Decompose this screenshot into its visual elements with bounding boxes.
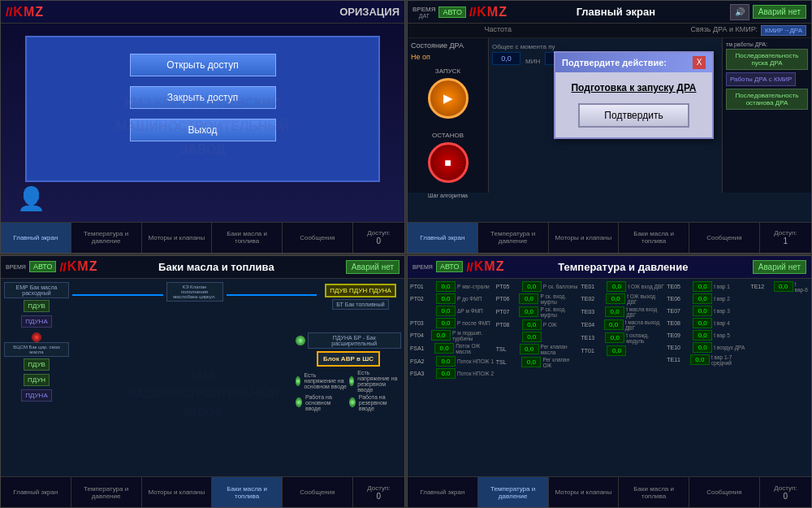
sensor-label: TE09	[667, 332, 691, 338]
br-access-label: Доступ:	[774, 484, 797, 492]
kmr-dra-button[interactable]: КМИР→ДРА	[761, 25, 806, 36]
sensor-row: TE03 0,0 t масла вход ДВГ	[581, 306, 665, 318]
tl-tab-messages[interactable]: Сообщения	[283, 223, 353, 253]
bl-tab-temp[interactable]: Температура и давление	[71, 477, 142, 507]
sensor-desc: t масла выход ДВГ	[625, 319, 666, 331]
br-tab-messages[interactable]: Сообщения	[689, 477, 760, 507]
tl-tab-tanks[interactable]: Баки масла и топлива	[212, 223, 283, 253]
br-logo-slash: //	[466, 260, 473, 274]
pdunb-indicator: ПДУВ	[24, 300, 50, 312]
main-voltage-status: Есть напряжение на основном вводе	[296, 370, 348, 393]
sensor-label: PT07	[496, 309, 518, 315]
sensor-desc: ΔР м ФМП	[457, 308, 483, 314]
br-alarm-button[interactable]: Аварий нет	[753, 260, 806, 274]
sensor-desc: t вар 3	[714, 308, 730, 314]
pdunabp-label: ПДУНА БР - Бак расширительный	[308, 332, 401, 349]
tr-logo-slash: //	[469, 5, 476, 19]
sensor-label: TE07	[667, 308, 691, 314]
tr-main-area: Состояние ДРА Не оп ЗАПУСК ▶ ОСТАНОВ ■	[408, 38, 811, 193]
bl-tab-motors[interactable]: Моторы и клапаны	[142, 477, 213, 507]
sensor-label: PT01	[410, 284, 434, 289]
tr-tab-main[interactable]: Главный экран	[408, 223, 478, 253]
bl-nav: Главный экран Температура и давление Мот…	[1, 476, 404, 507]
stop-indicator[interactable]: ■	[428, 142, 469, 183]
br-tab-main[interactable]: Главный экран	[408, 477, 478, 507]
open-access-button[interactable]: Открыть доступ	[130, 54, 276, 76]
tr-tab-motors[interactable]: Моторы и клапаны	[549, 223, 620, 253]
br-tab-motors[interactable]: Моторы и клапаны	[549, 477, 620, 507]
bl-tab-main[interactable]: Главный экран	[1, 477, 71, 507]
sensor-value: 0,0	[436, 293, 456, 304]
br-time-label: ВРЕМЯ	[412, 264, 433, 270]
sensor-value: 0,0	[693, 330, 712, 341]
tr-center: Общее с момента пу 0,0 МИН 0,0 МИН 0,0 М…	[489, 38, 722, 193]
sensor-desc: t вар 1-7 средний	[711, 354, 749, 366]
bl-tab-messages[interactable]: Сообщения	[283, 477, 353, 507]
freq-label: Частота	[412, 25, 584, 36]
tr-nav: Главный экран Температура и давление Мот…	[408, 222, 811, 253]
person-icon: 👤	[17, 185, 45, 212]
tl-tab-temp[interactable]: Температура и давление	[71, 223, 142, 253]
work-modes-label: тм работы ДРА:	[726, 41, 808, 47]
flow-line-1	[72, 294, 163, 296]
sensor-label: TT01	[581, 348, 605, 354]
tl-tab-motors[interactable]: Моторы и клапаны	[142, 223, 213, 253]
tl-tab-main[interactable]: Главный экран	[1, 223, 71, 253]
dialog-confirm-button[interactable]: Подтвердить	[578, 103, 689, 128]
br-col5-sensors: TE12 0,0 t вар-6	[750, 281, 809, 294]
time-label: ВРЕМЯ	[412, 6, 435, 13]
stop-section: ОСТАНОВ ■	[411, 132, 485, 186]
sensor-row: TSL 0,0 Рег клапан ОЖ	[496, 357, 580, 368]
sensor-value: 0,0	[434, 343, 454, 354]
tr-tab-tanks[interactable]: Баки масла и топлива	[619, 223, 689, 253]
br-tab-temp[interactable]: Температура и давление	[478, 477, 549, 507]
bl-row1: ЕМР Бак масла расходный ПДУВ ПДУНА КЭ Кл…	[4, 282, 401, 329]
br-col2: PT05 0,0 Р ск. баллоны PT06 0,0 Р ск. вх…	[496, 281, 580, 465]
dialog-close-button[interactable]: X	[693, 56, 706, 69]
bl-access-area: Доступ: 0	[353, 477, 404, 507]
rw-green	[349, 397, 356, 407]
bl-tab-tanks[interactable]: Баки масла и топлива	[212, 477, 283, 507]
work-kmr-button[interactable]: Работы ДРА с КМИР	[726, 72, 796, 86]
date-label: ДАТ	[419, 13, 430, 19]
sensor-label: TE12	[750, 284, 771, 289]
sensor-row: TE11 0,0 t вар 1-7 средний	[667, 354, 749, 366]
speaker-button[interactable]: 🔊	[730, 4, 749, 20]
launch-section: ЗАПУСК ▶	[411, 67, 485, 122]
tr-logo-text: KMZ	[477, 5, 508, 20]
panel-top-left: // KMZ ОРИЗАЦИЯ Открыть доступ Закрыть д…	[0, 0, 405, 254]
sensor-desc: Поток НПОЖ 1	[457, 358, 494, 364]
close-access-button[interactable]: Закрыть доступ	[130, 86, 276, 109]
panel-top-right: ВРЕМЯ ДАТ АВТО // KMZ Главный экран 🔊 Ав…	[407, 0, 812, 254]
sensor-row: TE10 0,0 t воздух ДРА	[667, 342, 749, 353]
min-val-1: 0,0	[492, 52, 520, 65]
sensor-value: 0,0	[519, 306, 538, 317]
sensor-row: TT01 0,0	[581, 345, 665, 356]
launch-indicator[interactable]: ▶	[428, 78, 469, 119]
sensor-value: 0,0	[693, 342, 712, 353]
sensor-row: PT08 0,0 Р ОЖ	[496, 319, 580, 330]
br-tab-tanks[interactable]: Баки масла и топлива	[619, 477, 689, 507]
sensor-value: 0,0	[519, 293, 538, 304]
stop-seq-button[interactable]: Последовательность останова ДРА	[726, 89, 808, 110]
bl-alarm-button[interactable]: Аварий нет	[346, 260, 400, 274]
sensor-desc: Р после ФМП	[457, 320, 490, 326]
tr-header: ВРЕМЯ ДАТ АВТО // KMZ Главный экран 🔊 Ав…	[408, 1, 811, 24]
tl-logo: // KMZ	[6, 5, 44, 20]
tr-tab-messages[interactable]: Сообщения	[689, 223, 760, 253]
seq-start-button[interactable]: Последовательность пуска ДРА	[726, 49, 808, 70]
alarm-button[interactable]: Аварий нет	[753, 5, 806, 19]
sensor-label: PT03	[410, 320, 434, 326]
sensor-row: PT03 0,0 Р после ФМП	[410, 318, 495, 328]
bl-access-label: Доступ:	[367, 484, 390, 492]
br-col1-sensors: PT01 0,0 Р маг-страли PT02 0,0 Р до ФМП …	[410, 281, 495, 380]
exit-button[interactable]: Выход	[130, 119, 276, 141]
sensor-value: 0,0	[521, 357, 541, 367]
sensor-row: 0,0	[496, 332, 580, 342]
stop-label: ОСТАНОВ	[411, 132, 485, 139]
mv-green	[296, 376, 300, 386]
sensor-label: FSA3	[410, 371, 434, 376]
sensor-row: 0,0 ΔР м ФМП	[410, 306, 495, 316]
tl-header: // KMZ ОРИЗАЦИЯ	[1, 1, 404, 24]
tr-tab-temp[interactable]: Температура и давление	[478, 223, 549, 253]
